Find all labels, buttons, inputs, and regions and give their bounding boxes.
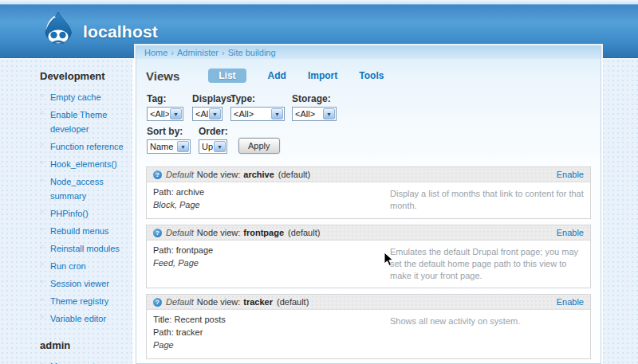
mouse-cursor bbox=[384, 252, 394, 267]
bullet-icon: ○ bbox=[40, 260, 44, 268]
view-type-label: Node view: bbox=[197, 170, 240, 179]
help-icon[interactable]: ? bbox=[153, 229, 162, 237]
sidebar-item-function-reference[interactable]: ○Function reference bbox=[40, 139, 129, 153]
tag-select[interactable]: <All> ▼ bbox=[147, 107, 183, 121]
tab-add[interactable]: Add bbox=[268, 70, 286, 81]
bullet-icon: ○ bbox=[40, 176, 44, 184]
breadcrumb: Home›Administer›Site building bbox=[136, 46, 601, 60]
breadcrumb-home[interactable]: Home bbox=[144, 48, 167, 57]
view-default-flag: Default bbox=[166, 170, 194, 179]
view-name: archive bbox=[243, 170, 274, 179]
right-margin bbox=[601, 59, 638, 364]
tab-list[interactable]: List bbox=[208, 68, 246, 83]
view-description: Emulates the default Drupal front page; … bbox=[390, 245, 584, 282]
breadcrumb-site-building[interactable]: Site building bbox=[228, 48, 276, 57]
view-displays: Page bbox=[153, 340, 390, 350]
chevron-down-icon[interactable]: ▼ bbox=[271, 108, 283, 119]
view-default-flag: Default bbox=[166, 297, 194, 307]
bullet-icon: ○ bbox=[40, 313, 44, 321]
breadcrumb-separator: › bbox=[222, 48, 225, 57]
view-path: Path: frontpage bbox=[153, 245, 390, 255]
view-displays: Feed, Page bbox=[153, 258, 390, 268]
sidebar-section-admin: admin ○My account ▷Create content ▽Admin… bbox=[40, 339, 128, 364]
help-icon[interactable]: ? bbox=[153, 298, 162, 307]
storage-filter-label: Storage: bbox=[292, 93, 348, 104]
order-select[interactable]: Up ▼ bbox=[199, 139, 227, 154]
view-row-archive: ? Default Node view: archive (default) E… bbox=[146, 166, 591, 219]
view-default-suffix: (default) bbox=[288, 228, 320, 237]
filters: Tag: <All> ▼ Displays: <All> ▼ Type: <Al… bbox=[136, 88, 601, 162]
type-filter-label: Type: bbox=[230, 93, 292, 104]
views-list: ? Default Node view: archive (default) E… bbox=[136, 162, 601, 359]
help-icon[interactable]: ? bbox=[153, 170, 162, 179]
bullet-icon: ○ bbox=[40, 141, 44, 149]
view-name: tracker bbox=[243, 297, 273, 307]
tag-filter-label: Tag: bbox=[147, 93, 192, 104]
drupal-logo-icon bbox=[41, 11, 75, 51]
chevron-down-icon[interactable]: ▼ bbox=[170, 108, 182, 119]
sort-by-select[interactable]: Name ▼ bbox=[147, 139, 191, 154]
view-row-tracker: ? Default Node view: tracker (default) E… bbox=[146, 294, 591, 359]
chevron-down-icon[interactable]: ▼ bbox=[323, 108, 335, 119]
tabs: List Add Import Tools bbox=[208, 68, 384, 83]
sidebar-item-empty-cache[interactable]: ○Empty cache bbox=[40, 89, 129, 104]
breadcrumb-separator: › bbox=[171, 48, 174, 57]
bullet-icon: ○ bbox=[40, 225, 44, 233]
enable-link[interactable]: Enable bbox=[557, 297, 584, 307]
sidebar-item-session-viewer[interactable]: ○Session viewer bbox=[40, 276, 129, 290]
sidebar-item-reinstall-modules[interactable]: ○Reinstall modules bbox=[40, 241, 129, 255]
bullet-icon: ○ bbox=[40, 243, 44, 251]
view-default-flag: Default bbox=[166, 228, 194, 237]
enable-link[interactable]: Enable bbox=[557, 228, 584, 237]
sidebar-item-hook-elements[interactable]: ○Hook_elements() bbox=[40, 156, 129, 170]
displays-select[interactable]: <All> ▼ bbox=[192, 107, 223, 121]
chevron-down-icon[interactable]: ▼ bbox=[209, 108, 221, 119]
sidebar-item-variable-editor[interactable]: ○Variable editor bbox=[40, 311, 129, 325]
view-description: Display a list of months that link to co… bbox=[390, 187, 584, 213]
bullet-icon: ○ bbox=[40, 208, 44, 216]
displays-filter-label: Displays: bbox=[192, 93, 230, 104]
bullet-icon: ○ bbox=[40, 361, 44, 364]
main-content-panel: Home›Administer›Site building Views List… bbox=[136, 45, 601, 364]
sort-by-label: Sort by: bbox=[147, 126, 199, 137]
bullet-icon: ○ bbox=[40, 296, 44, 303]
breadcrumb-administer[interactable]: Administer bbox=[177, 48, 219, 57]
sidebar-heading-admin: admin bbox=[40, 339, 128, 351]
bullet-icon: ○ bbox=[40, 92, 44, 100]
bullet-icon: ○ bbox=[40, 109, 44, 117]
chevron-down-icon[interactable]: ▼ bbox=[214, 141, 226, 152]
view-description: Shows all new activity on system. bbox=[390, 315, 584, 353]
sidebar-item-my-account[interactable]: ○My account bbox=[40, 358, 129, 364]
bullet-icon: ○ bbox=[40, 278, 44, 286]
enable-link[interactable]: Enable bbox=[557, 170, 584, 179]
view-type-label: Node view: bbox=[197, 297, 240, 307]
view-type-label: Node view: bbox=[197, 228, 240, 237]
view-row-frontpage: ? Default Node view: frontpage (default)… bbox=[146, 225, 591, 288]
site-title: localhost bbox=[83, 22, 158, 41]
sidebar-item-enable-theme-developer[interactable]: ○Enable Theme developer bbox=[40, 107, 129, 135]
tab-tools[interactable]: Tools bbox=[359, 70, 384, 81]
sidebar-item-theme-registry[interactable]: ○Theme registry bbox=[40, 293, 129, 307]
bullet-icon: ○ bbox=[40, 159, 44, 166]
sidebar-section-development: Development ○Empty cache ○Enable Theme d… bbox=[40, 70, 128, 325]
type-select[interactable]: <All> ▼ bbox=[230, 107, 285, 121]
view-title: Title: Recent posts bbox=[153, 315, 390, 324]
view-path: Path: tracker bbox=[153, 327, 390, 337]
sidebar-item-node-access-summary[interactable]: ○Node_access summary bbox=[40, 174, 129, 202]
sidebar: Development ○Empty cache ○Enable Theme d… bbox=[0, 59, 132, 364]
view-default-suffix: (default) bbox=[278, 170, 310, 179]
apply-button[interactable]: Apply bbox=[238, 138, 280, 154]
order-label: Order: bbox=[199, 126, 235, 137]
chevron-down-icon[interactable]: ▼ bbox=[177, 141, 189, 152]
page-title: Views bbox=[146, 69, 179, 83]
tab-import[interactable]: Import bbox=[308, 70, 337, 81]
sidebar-heading-development: Development bbox=[40, 70, 128, 82]
sidebar-item-rebuild-menus[interactable]: ○Rebuild menus bbox=[40, 223, 129, 237]
view-default-suffix: (default) bbox=[277, 297, 309, 307]
view-name: frontpage bbox=[243, 228, 284, 237]
view-displays: Block, Page bbox=[153, 200, 390, 209]
view-path: Path: archive bbox=[153, 187, 390, 197]
storage-select[interactable]: <All> ▼ bbox=[292, 107, 337, 121]
sidebar-item-phpinfo[interactable]: ○PHPinfo() bbox=[40, 205, 129, 220]
sidebar-item-run-cron[interactable]: ○Run cron bbox=[40, 258, 129, 272]
